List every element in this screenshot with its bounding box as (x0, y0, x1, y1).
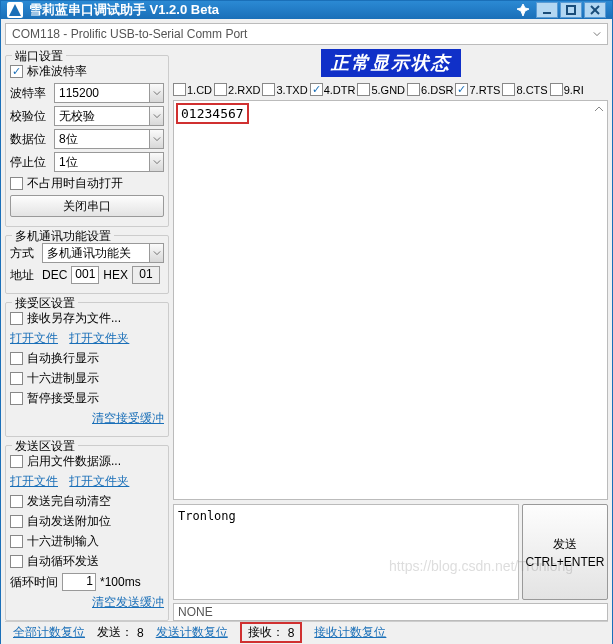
clear-send-link[interactable]: 清空发送缓冲 (92, 594, 164, 611)
signal-label: 3.TXD (276, 84, 307, 96)
dec-label: DEC (42, 268, 67, 282)
signal-6.DSR[interactable]: 6.DSR (407, 83, 453, 96)
close-port-button[interactable]: 关闭串口 (10, 195, 164, 217)
signal-8.CTS[interactable]: 8.CTS (502, 83, 547, 96)
append-checkbox[interactable] (10, 515, 23, 528)
pause-checkbox[interactable] (10, 392, 23, 405)
std-baud-checkbox[interactable] (10, 65, 23, 78)
minimize-button[interactable] (536, 2, 558, 18)
baud-combo[interactable]: 115200 (54, 83, 164, 103)
hex-label: HEX (103, 268, 128, 282)
dec-input[interactable]: 001 (71, 266, 99, 284)
signal-5.GND[interactable]: 5.GND (357, 83, 405, 96)
recv-reset-link[interactable]: 接收计数复位 (314, 624, 386, 641)
signal-checkbox[interactable] (357, 83, 370, 96)
recv-label: 接收： (248, 624, 284, 641)
signal-label: 5.GND (371, 84, 405, 96)
signal-7.RTS[interactable]: 7.RTS (455, 83, 500, 96)
mode-combo[interactable]: 多机通讯功能关 (42, 243, 164, 263)
send-button[interactable]: 发送 CTRL+ENTER (522, 504, 608, 600)
signal-label: 1.CD (187, 84, 212, 96)
auto-open-checkbox[interactable] (10, 177, 23, 190)
signal-checkbox[interactable] (214, 83, 227, 96)
signal-checkbox[interactable] (310, 83, 323, 96)
loop-time-input[interactable]: 1 (62, 573, 96, 591)
clear-recv-link[interactable]: 清空接受缓冲 (92, 410, 164, 427)
loop-send-label: 自动循环发送 (27, 553, 99, 570)
chevron-down-icon (593, 27, 601, 41)
append-label: 自动发送附加位 (27, 513, 111, 530)
signal-label: 2.RXD (228, 84, 260, 96)
receive-textarea[interactable]: 01234567 (173, 100, 608, 500)
scroll-up-icon[interactable] (591, 101, 607, 117)
parity-label: 校验位 (10, 108, 50, 125)
chevron-down-icon (149, 130, 163, 148)
file-src-label: 启用文件数据源... (27, 453, 121, 470)
reset-all-link[interactable]: 全部计数复位 (13, 624, 85, 641)
baud-label: 波特率 (10, 85, 50, 102)
pause-label: 暂停接受显示 (27, 390, 99, 407)
wrap-checkbox[interactable] (10, 352, 23, 365)
sent-label: 发送： (97, 624, 133, 641)
open-file-link[interactable]: 打开文件 (10, 330, 58, 347)
auto-clear-checkbox[interactable] (10, 495, 23, 508)
hex-display-label: 十六进制显示 (27, 370, 99, 387)
hex-input: 01 (132, 266, 160, 284)
close-button[interactable] (584, 2, 606, 18)
signal-label: 6.DSR (421, 84, 453, 96)
signal-checkbox[interactable] (550, 83, 563, 96)
signal-checkbox[interactable] (262, 83, 275, 96)
com-port-value: COM118 - Prolific USB-to-Serial Comm Por… (12, 27, 247, 41)
signal-label: 7.RTS (469, 84, 500, 96)
port-settings-group: 端口设置 标准波特率 波特率115200 校验位无校验 数据位8位 停止位1位 … (5, 55, 169, 227)
status-banner: 正常显示状态 (321, 49, 461, 77)
none-bar: NONE (173, 603, 608, 621)
signal-checkbox[interactable] (502, 83, 515, 96)
databits-label: 数据位 (10, 131, 50, 148)
loop-time-label: 循环时间 (10, 574, 58, 591)
open-folder-link[interactable]: 打开文件夹 (69, 473, 129, 490)
auto-open-label: 不占用时自动打开 (27, 175, 123, 192)
send-button-shortcut: CTRL+ENTER (525, 555, 604, 569)
databits-combo[interactable]: 8位 (54, 129, 164, 149)
statusbar: 全部计数复位 发送：8 发送计数复位 接收：8 接收计数复位 (5, 621, 608, 643)
signal-9.RI[interactable]: 9.RI (550, 83, 584, 96)
file-src-checkbox[interactable] (10, 455, 23, 468)
hex-display-checkbox[interactable] (10, 372, 23, 385)
signal-2.RXD[interactable]: 2.RXD (214, 83, 260, 96)
stopbits-combo[interactable]: 1位 (54, 152, 164, 172)
recv-settings-group: 接受区设置 接收另存为文件... 打开文件 打开文件夹 自动换行显示 十六进制显… (5, 302, 169, 437)
parity-combo[interactable]: 无校验 (54, 106, 164, 126)
sent-reset-link[interactable]: 发送计数复位 (156, 624, 228, 641)
open-folder-link[interactable]: 打开文件夹 (69, 330, 129, 347)
signal-1.CD[interactable]: 1.CD (173, 83, 212, 96)
signal-4.DTR[interactable]: 4.DTR (310, 83, 356, 96)
signal-label: 9.RI (564, 84, 584, 96)
maximize-button[interactable] (560, 2, 582, 18)
signal-checkbox[interactable] (173, 83, 186, 96)
sent-value: 8 (137, 626, 144, 640)
hex-input-checkbox[interactable] (10, 535, 23, 548)
save-as-checkbox[interactable] (10, 312, 23, 325)
send-textarea[interactable]: Tronlong (173, 504, 519, 600)
app-title: 雪莉蓝串口调试助手 V1.2.0 Beta (29, 1, 219, 19)
loop-send-checkbox[interactable] (10, 555, 23, 568)
pin-icon[interactable] (516, 3, 530, 17)
signal-label: 4.DTR (324, 84, 356, 96)
open-file-link[interactable]: 打开文件 (10, 473, 58, 490)
recv-value: 8 (288, 626, 295, 640)
send-settings-group: 发送区设置 启用文件数据源... 打开文件 打开文件夹 发送完自动清空 自动发送… (5, 445, 169, 621)
signal-3.TXD[interactable]: 3.TXD (262, 83, 307, 96)
chevron-down-icon (149, 244, 163, 262)
signal-indicators: 1.CD2.RXD3.TXD4.DTR5.GND6.DSR7.RTS8.CTS9… (173, 81, 608, 100)
signal-checkbox[interactable] (407, 83, 420, 96)
std-baud-label: 标准波特率 (27, 63, 87, 80)
chevron-down-icon (149, 84, 163, 102)
titlebar: 雪莉蓝串口调试助手 V1.2.0 Beta (1, 1, 612, 19)
stopbits-label: 停止位 (10, 154, 50, 171)
app-logo-icon (7, 2, 23, 18)
chevron-down-icon (149, 153, 163, 171)
com-port-select[interactable]: COM118 - Prolific USB-to-Serial Comm Por… (5, 23, 608, 45)
signal-checkbox[interactable] (455, 83, 468, 96)
hex-input-label: 十六进制输入 (27, 533, 99, 550)
